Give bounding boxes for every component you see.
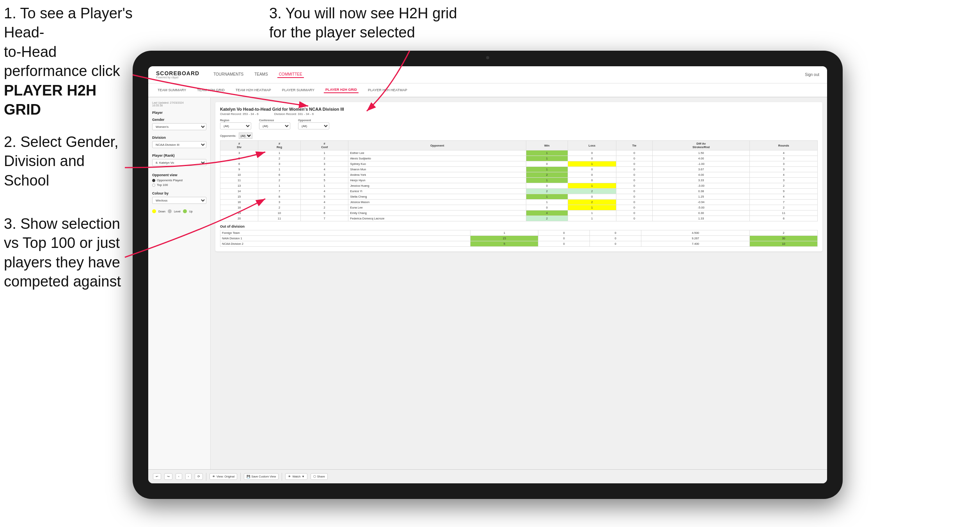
sub-nav: TEAM SUMMARY TEAM H2H GRID TEAM H2H HEAT… xyxy=(148,83,827,97)
table-cell: 2 xyxy=(526,172,568,178)
opponents-label-row: Opponents: (All) xyxy=(220,133,818,139)
table-cell: 3 xyxy=(300,172,348,178)
nav-teams[interactable]: TEAMS xyxy=(253,71,269,78)
table-cell: 2 xyxy=(750,183,818,189)
out-div-cell: 0 xyxy=(538,236,590,241)
filters-row: Region (All) Conference (All) xyxy=(220,119,818,129)
radio-top100[interactable]: Top 100 xyxy=(152,183,206,187)
nav-signout[interactable]: Sign out xyxy=(805,73,819,77)
table-cell: 4 xyxy=(750,150,818,156)
table-cell: 1 xyxy=(258,167,301,172)
table-cell: Stella Cheng xyxy=(348,194,526,200)
subnav-player-heatmap[interactable]: PLAYER H2H HEATMAP xyxy=(366,87,409,93)
card-title: Katelyn Vo Head-to-Head Grid for Women's… xyxy=(220,107,818,111)
player-rank-label: Player (Rank) xyxy=(152,154,206,157)
nav-bar: SCOREBOARD Powered by clippd TOURNAMENTS… xyxy=(148,66,827,83)
instruction-step3-top: 3. You will now see H2H grid for the pla… xyxy=(269,4,472,42)
division-dropdown[interactable]: NCAA Division III xyxy=(152,141,206,148)
player-section-label: Player xyxy=(152,111,206,115)
colour-by-dropdown[interactable]: Win/loss xyxy=(152,197,206,204)
view-original-button[interactable]: 👁 View: Original xyxy=(209,473,237,480)
table-cell: 4 xyxy=(526,210,568,216)
subnav-team-summary[interactable]: TEAM SUMMARY xyxy=(156,87,188,93)
h2h-table: #Div #Reg #Conf Opponent Win Loss Tie Di… xyxy=(220,140,818,221)
table-cell: 1 xyxy=(258,183,301,189)
conference-filter-group: Conference (All) xyxy=(259,119,290,129)
toolbar-divider-2 xyxy=(240,473,241,481)
opponent-filter-dropdown[interactable]: (All) xyxy=(298,122,329,129)
table-cell: 2 xyxy=(258,178,301,183)
watch-button[interactable]: 👁 Watch ▼ xyxy=(285,473,307,480)
table-row: 1125Heejo Hyun1003.333 xyxy=(220,178,818,183)
table-cell: 3 xyxy=(220,150,258,156)
nav-committee[interactable]: COMMITTEE xyxy=(277,71,304,78)
logo-sub: Powered by clippd xyxy=(156,76,199,79)
table-cell: 5 xyxy=(300,178,348,183)
back-button[interactable]: ‹ xyxy=(176,473,182,480)
out-div-cell: 15 xyxy=(470,236,538,241)
table-cell: 3 xyxy=(258,161,301,167)
table-cell: 1.33 xyxy=(652,216,750,221)
table-cell: Euna Lee xyxy=(348,205,526,210)
redo-button[interactable]: ↪ xyxy=(164,473,172,480)
subnav-team-heatmap[interactable]: TEAM H2H HEATMAP xyxy=(234,87,273,93)
subnav-player-summary[interactable]: PLAYER SUMMARY xyxy=(281,87,316,93)
table-cell: 13 xyxy=(220,183,258,189)
table-cell: 4.00 xyxy=(652,156,750,161)
th-tie: Tie xyxy=(616,141,653,150)
logo-text: SCOREBOARD xyxy=(156,71,199,76)
table-cell: -3.00 xyxy=(652,183,750,189)
table-cell: 15 xyxy=(220,194,258,200)
save-custom-button[interactable]: 💾 Save Custom View xyxy=(244,473,279,480)
table-cell: 16 xyxy=(220,200,258,205)
conference-filter-label: Conference xyxy=(259,119,290,122)
table-row: 1585Stella Cheng1001.254 xyxy=(220,194,818,200)
radio-opponents-played[interactable]: Opponents Played xyxy=(152,179,206,182)
table-cell: 1 xyxy=(526,178,568,183)
nav-tournaments[interactable]: TOURNAMENTS xyxy=(212,71,245,78)
refresh-button[interactable]: ⟳ xyxy=(195,473,203,480)
table-cell: -5.00 xyxy=(652,205,750,210)
region-filter-dropdown[interactable]: (All) xyxy=(220,122,251,129)
h2h-card: Katelyn Vo Head-to-Head Grid for Women's… xyxy=(215,102,822,251)
table-cell: 6 xyxy=(750,216,818,221)
out-div-cell: NAIA Division 1 xyxy=(220,236,470,241)
player-rank-dropdown[interactable]: 8. Katelyn Vo xyxy=(152,159,206,166)
subnav-team-h2h[interactable]: TEAM H2H GRID xyxy=(195,87,226,93)
table-cell: 0.38 xyxy=(652,189,750,194)
table-cell: 0 xyxy=(616,150,653,156)
table-cell: 0 xyxy=(568,167,616,172)
conference-filter-dropdown[interactable]: (All) xyxy=(259,122,290,129)
table-cell: 2 xyxy=(300,156,348,161)
table-cell: 11 xyxy=(750,210,818,216)
table-cell: -1.00 xyxy=(652,161,750,167)
table-row: 1634Jessica Mason120-0.947 xyxy=(220,200,818,205)
out-div-cell: 9.267 xyxy=(641,236,749,241)
toolbar-divider-1 xyxy=(206,473,206,481)
table-cell: 3 xyxy=(750,178,818,183)
table-cell: 3.33 xyxy=(652,178,750,183)
opponents-filter[interactable]: (All) xyxy=(239,133,252,139)
division-label: Division xyxy=(152,136,206,140)
gender-dropdown[interactable]: Women's xyxy=(152,123,206,130)
th-opponent: Opponent xyxy=(348,141,526,150)
colour-legend: Down Level Up xyxy=(152,209,206,213)
table-cell: 0 xyxy=(616,183,653,189)
table-cell: 0 xyxy=(616,216,653,221)
table-cell: 1 xyxy=(526,150,568,156)
table-cell: 1 xyxy=(568,216,616,221)
table-cell: 1 xyxy=(526,167,568,172)
subnav-player-h2h[interactable]: PLAYER H2H GRID xyxy=(324,87,359,93)
forward-button[interactable]: › xyxy=(185,473,192,480)
share-button[interactable]: ⬡ Share xyxy=(311,473,328,480)
undo-button[interactable]: ↩ xyxy=(153,473,161,480)
table-cell: 0 xyxy=(568,194,616,200)
table-cell: 19 xyxy=(220,210,258,216)
instruction-step1-bold: PLAYER H2H GRID xyxy=(4,81,137,120)
table-row: 522Alexis Sudjianto1004.003 xyxy=(220,156,818,161)
out-div-cell: 0 xyxy=(590,230,641,236)
toolbar-divider-3 xyxy=(282,473,282,481)
opponent-view-radios: Opponents Played Top 100 xyxy=(152,179,206,187)
table-cell: 3 xyxy=(750,161,818,167)
table-row: 1311Jessica Huang010-3.002 xyxy=(220,183,818,189)
